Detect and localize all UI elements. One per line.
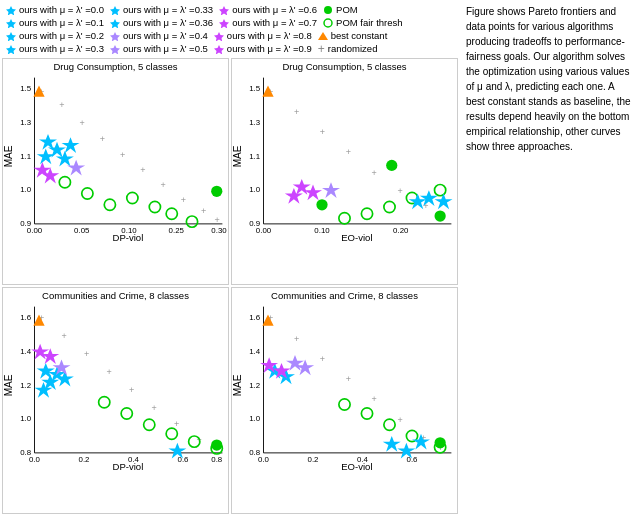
chart-2-title: Drug Consumption, 5 classes — [282, 61, 406, 72]
svg-text:1.4: 1.4 — [20, 347, 32, 356]
svg-text:0.10: 0.10 — [121, 226, 137, 235]
svg-text:0.05: 0.05 — [74, 226, 90, 235]
chart-1-title: Drug Consumption, 5 classes — [53, 61, 177, 72]
chart-3: Communities and Crime, 8 classes MAE DP-… — [2, 287, 229, 514]
svg-marker-11 — [318, 32, 328, 40]
legend-item-bc: best constant — [318, 30, 388, 41]
svg-point-3 — [324, 6, 332, 14]
svg-text:MAE: MAE — [3, 374, 14, 396]
svg-text:+: + — [181, 195, 186, 205]
svg-point-46 — [59, 177, 70, 188]
svg-text:1.4: 1.4 — [249, 347, 261, 356]
svg-marker-6 — [219, 19, 229, 28]
svg-text:+: + — [140, 165, 145, 175]
legend-label-7: ours with μ = λ' =0.4 — [123, 30, 208, 41]
svg-point-77 — [435, 185, 446, 196]
chart-2-svg: MAE EO-viol 0.00 0.10 0.20 0.9 1.0 1.1 1… — [232, 72, 457, 252]
right-text: Figure shows Pareto frontiers and data p… — [466, 4, 634, 154]
svg-text:+: + — [129, 385, 134, 395]
svg-marker-2 — [219, 6, 229, 15]
svg-text:1.0: 1.0 — [249, 185, 261, 194]
chart-3-title: Communities and Crime, 8 classes — [42, 290, 189, 301]
svg-point-81 — [339, 213, 350, 224]
svg-text:+: + — [80, 118, 85, 128]
legend-label-6: ours with μ = λ' =0.2 — [19, 30, 104, 41]
svg-text:+: + — [100, 134, 105, 144]
svg-point-157 — [361, 408, 372, 419]
chart-1: Drug Consumption, 5 classes MAE DP-viol … — [2, 58, 229, 285]
svg-text:1.1: 1.1 — [249, 152, 260, 161]
svg-marker-5 — [110, 19, 120, 28]
left-panel: ours with μ = λ' =0.0 ours with μ = λ' =… — [0, 0, 460, 516]
svg-marker-162 — [383, 436, 401, 452]
legend-label-4: ours with μ = λ' =0.36 — [123, 17, 213, 28]
svg-text:+: + — [320, 127, 325, 137]
svg-text:1.6: 1.6 — [249, 313, 261, 322]
svg-text:1.3: 1.3 — [20, 118, 32, 127]
svg-text:0.8: 0.8 — [249, 448, 261, 457]
svg-text:1.2: 1.2 — [249, 381, 260, 390]
legend-area: ours with μ = λ' =0.0 ours with μ = λ' =… — [0, 0, 460, 56]
legend-item-7: ours with μ = λ' =0.4 — [110, 30, 208, 41]
svg-text:EO-viol: EO-viol — [341, 232, 372, 243]
svg-text:0.4: 0.4 — [357, 455, 369, 464]
svg-text:1.6: 1.6 — [20, 313, 32, 322]
svg-marker-10 — [214, 32, 224, 41]
svg-marker-13 — [110, 45, 120, 54]
legend-item-pom: POM — [323, 4, 358, 15]
svg-point-7 — [324, 19, 332, 27]
svg-text:0.30: 0.30 — [211, 226, 227, 235]
svg-text:0.6: 0.6 — [407, 455, 419, 464]
svg-marker-4 — [6, 19, 16, 28]
legend-item-2: ours with μ = λ' =0.6 — [219, 4, 317, 15]
legend-item-rand: + randomized — [318, 43, 378, 54]
svg-point-156 — [384, 419, 395, 430]
svg-marker-14 — [214, 45, 224, 54]
svg-point-79 — [384, 201, 395, 212]
chart-4-svg: MAE EO-viol 0.0 0.2 0.4 0.6 0.8 1.0 1.2 … — [232, 301, 457, 481]
svg-point-42 — [149, 201, 160, 212]
svg-text:0.10: 0.10 — [314, 226, 330, 235]
charts-grid: Drug Consumption, 5 classes MAE DP-viol … — [0, 56, 460, 516]
svg-point-82 — [435, 210, 446, 221]
svg-text:+: + — [215, 215, 220, 225]
legend-label-3: ours with μ = λ' =0.1 — [19, 17, 104, 28]
legend-label-pom: POM — [336, 4, 358, 15]
svg-text:0.2: 0.2 — [79, 455, 90, 464]
svg-marker-48 — [39, 134, 57, 150]
chart-1-svg: MAE DP-viol 0.00 0.05 0.10 0.25 0.30 0.9… — [3, 72, 228, 252]
legend-label-9: ours with μ = λ' =0.3 — [19, 43, 104, 54]
svg-text:+: + — [372, 394, 377, 404]
svg-point-41 — [166, 208, 177, 219]
legend-label-11: ours with μ = λ' =0.9 — [227, 43, 312, 54]
svg-text:0.6: 0.6 — [178, 455, 190, 464]
svg-point-91 — [316, 199, 327, 210]
svg-text:+: + — [107, 367, 112, 377]
svg-text:0.25: 0.25 — [169, 226, 185, 235]
svg-marker-167 — [286, 355, 304, 371]
legend-item-9: ours with μ = λ' =0.3 — [6, 43, 104, 54]
svg-text:MAE: MAE — [232, 145, 243, 167]
svg-text:1.0: 1.0 — [249, 414, 261, 423]
svg-text:0.8: 0.8 — [211, 455, 223, 464]
svg-text:1.5: 1.5 — [20, 84, 32, 93]
svg-text:+: + — [346, 147, 351, 157]
svg-text:0.2: 0.2 — [308, 455, 319, 464]
svg-point-119 — [144, 419, 155, 430]
svg-point-45 — [82, 188, 93, 199]
right-panel: Figure shows Pareto frontiers and data p… — [460, 0, 640, 516]
svg-marker-123 — [37, 363, 55, 379]
svg-text:+: + — [201, 206, 206, 216]
svg-point-118 — [166, 428, 177, 439]
svg-text:+: + — [59, 100, 64, 110]
svg-text:MAE: MAE — [232, 374, 243, 396]
svg-text:+: + — [152, 403, 157, 413]
legend-label-pomft: POM fair thresh — [336, 17, 403, 28]
svg-marker-1 — [110, 6, 120, 15]
svg-text:+: + — [294, 107, 299, 117]
chart-4-title: Communities and Crime, 8 classes — [271, 290, 418, 301]
svg-text:0.8: 0.8 — [20, 448, 32, 457]
svg-text:MAE: MAE — [3, 145, 14, 167]
svg-text:+: + — [84, 349, 89, 359]
svg-text:0.9: 0.9 — [249, 219, 260, 228]
